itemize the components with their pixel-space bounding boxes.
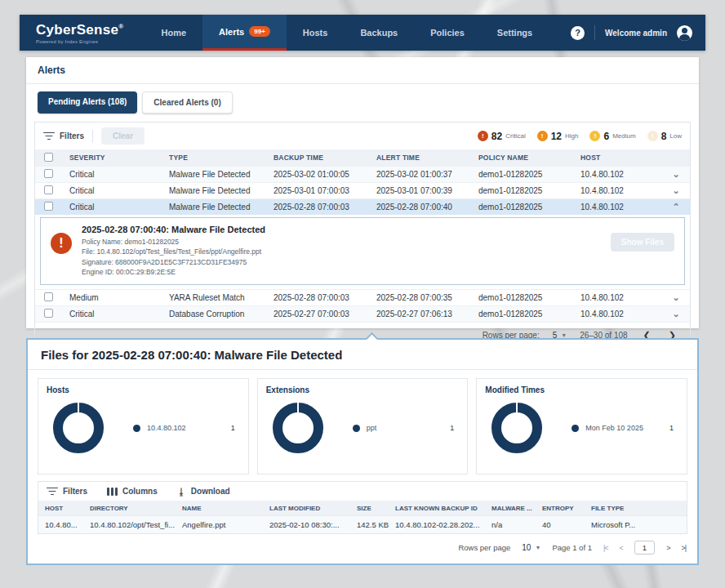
file-directory: 10.4.80.102/opt/Test_fi... [90, 520, 182, 529]
nav-item-home[interactable]: Home [145, 15, 202, 51]
alert-type: Malware File Detected [169, 170, 274, 179]
files-table: Filters Columns ⭳ Download HOST DIRECTOR… [38, 481, 687, 534]
tab-pending-alerts[interactable]: Pending Alerts (108) [38, 91, 137, 114]
page-of-label: Page 1 of 1 [552, 543, 592, 552]
alert-policy: demo1-01282025 [478, 186, 580, 195]
columns-icon [107, 488, 118, 496]
severity-summary: ! 82 Critical ! 12 High ! 6 Medium ! 8 [478, 131, 682, 142]
col-name: NAME [182, 505, 269, 512]
help-icon[interactable]: ? [571, 26, 585, 40]
show-files-button[interactable]: Show Files [611, 233, 674, 252]
first-page-icon[interactable]: |< [603, 544, 608, 552]
alert-policy: demo1-01282025 [478, 203, 580, 212]
col-entropy: ENTROPY [542, 505, 591, 512]
brand-name: CyberSense® [36, 22, 123, 38]
last-page-icon[interactable]: >| [681, 544, 686, 552]
alert-host: 10.4.80.102 [580, 310, 662, 318]
row-checkbox[interactable] [44, 169, 53, 178]
alert-time: 2025-03-02 01:00:37 [376, 170, 478, 179]
alert-severity: Critical [69, 170, 169, 179]
brand-tagline: Powered by Index Engines [36, 39, 123, 44]
alerts-toolbar: Filters Clear ! 82 Critical ! 12 High ! … [35, 122, 690, 149]
alert-severity: Critical [69, 186, 169, 195]
files-filters-button[interactable]: Filters [47, 487, 87, 496]
chevron-down-icon[interactable]: ⌄ [662, 169, 690, 180]
filter-icon [43, 132, 55, 140]
alert-severity: Critical [69, 310, 169, 318]
prev-page-icon[interactable]: < [620, 544, 623, 552]
chevron-down-icon[interactable]: ⌄ [662, 309, 690, 319]
file-entropy: 40 [542, 520, 591, 529]
legend-dot-icon [353, 425, 360, 432]
nav-item-hosts[interactable]: Hosts [287, 15, 345, 51]
alert-row[interactable]: Critical Malware File Detected 2025-03-0… [35, 182, 690, 198]
extensions-legend: ppt 1 [353, 424, 460, 432]
columns-button[interactable]: Columns [107, 487, 158, 496]
row-checkbox[interactable] [44, 202, 53, 211]
download-button[interactable]: ⭳ Download [177, 487, 230, 496]
nav-item-alerts[interactable]: Alerts 99+ [202, 15, 287, 51]
alert-type: YARA Ruleset Match [169, 293, 274, 302]
alert-detail-policy: Policy Name: demo1-01282025 [82, 237, 265, 247]
modified-times-legend: Mon Feb 10 2025 1 [572, 424, 678, 432]
alert-time: 2025-03-01 07:00:39 [376, 186, 478, 195]
alert-host: 10.4.80.102 [580, 293, 662, 302]
chevron-down-icon[interactable]: ⌄ [662, 292, 690, 303]
charts-row: Hosts 10.4.80.102 1 Extensions [38, 378, 687, 474]
file-host: 10.4.80... [45, 520, 90, 529]
user-avatar-icon[interactable] [677, 25, 692, 41]
alert-row[interactable]: Critical Database Corruption 2025-02-27 … [35, 305, 690, 322]
modified-times-chart-card: Modified Times Mon Feb 10 2025 1 [476, 378, 687, 474]
top-navbar: CyberSense® Powered by Index Engines Hom… [20, 15, 705, 51]
hosts-legend: 10.4.80.102 1 [133, 424, 240, 432]
severity-low-summary: ! 8 Low [647, 131, 682, 142]
chevron-down-icon[interactable]: ⌄ [662, 185, 690, 196]
nav-item-settings[interactable]: Settings [481, 15, 549, 51]
row-checkbox[interactable] [44, 309, 53, 318]
alert-backup-time: 2025-03-01 07:00:03 [274, 186, 376, 195]
tab-cleared-alerts[interactable]: Cleared Alerts (0) [142, 91, 232, 114]
filters-button[interactable]: Filters [43, 131, 84, 140]
caret-down-icon: ▼ [535, 545, 540, 550]
alert-severity: Critical [69, 203, 169, 212]
hosts-donut-chart[interactable] [53, 403, 104, 453]
extensions-donut-chart[interactable] [273, 403, 323, 453]
legend-dot-icon [133, 425, 140, 432]
col-alert-time: ALERT TIME [376, 154, 478, 162]
alert-severity: Medium [69, 293, 169, 302]
alert-backup-time: 2025-03-02 01:00:05 [274, 170, 376, 179]
current-page-box[interactable]: 1 [634, 541, 655, 555]
next-page-icon[interactable]: > [666, 544, 669, 552]
brand-logo[interactable]: CyberSense® Powered by Index Engines [20, 15, 145, 51]
alert-row-selected[interactable]: Critical Malware File Detected 2025-02-2… [35, 198, 690, 215]
row-checkbox[interactable] [44, 185, 53, 194]
col-policy-name: POLICY NAME [478, 154, 580, 162]
alert-type: Malware File Detected [169, 203, 274, 212]
file-last-modified: 2025-02-10 08:30:... [269, 520, 357, 529]
file-row[interactable]: 10.4.80... 10.4.80.102/opt/Test_fi... An… [38, 515, 687, 533]
nav-item-backups[interactable]: Backups [344, 15, 414, 51]
files-panel-title: Files for 2025-02-28 07:00:40: Malware F… [28, 340, 697, 370]
alerts-count-badge: 99+ [249, 26, 270, 37]
alert-row[interactable]: Medium YARA Ruleset Match 2025-02-28 07:… [35, 289, 690, 305]
medium-icon: ! [589, 131, 600, 141]
welcome-text: Welcome admin [605, 29, 667, 38]
file-name: Angelfire.ppt [182, 520, 269, 529]
alert-detail-signature: Signature: 688000F9A2D1E5C3F7213CD31FE34… [82, 257, 265, 267]
rows-per-page-select[interactable]: 10 ▼ [522, 543, 540, 552]
hosts-chart-card: Hosts 10.4.80.102 1 [38, 378, 249, 474]
alert-backup-time: 2025-02-28 07:00:03 [274, 293, 376, 302]
chevron-up-icon[interactable]: ⌃ [662, 202, 690, 212]
clear-filters-button[interactable]: Clear [101, 127, 145, 145]
nav-item-policies[interactable]: Policies [414, 15, 481, 51]
alert-row[interactable]: Critical Malware File Detected 2025-03-0… [35, 166, 690, 182]
alert-backup-time: 2025-02-27 07:00:03 [274, 310, 376, 318]
files-pagination: Rows per page 10 ▼ Page 1 of 1 |< < 1 > … [28, 534, 697, 555]
severity-medium-summary: ! 6 Medium [589, 131, 635, 142]
nav-divider [594, 25, 595, 40]
modified-times-donut-chart[interactable] [491, 403, 542, 453]
select-all-checkbox[interactable] [44, 153, 53, 162]
row-checkbox[interactable] [44, 292, 53, 301]
rows-per-page-label: Rows per page [458, 543, 510, 552]
registered-mark: ® [118, 23, 123, 30]
